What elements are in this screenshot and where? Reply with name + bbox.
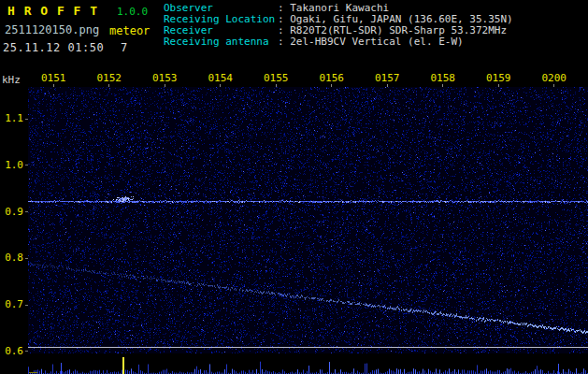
file-name: 2511120150.png [5,23,99,36]
spectrogram-canvas [28,87,588,353]
time-label: 0154 [208,73,234,87]
freq-label: 1.1 [5,113,28,124]
freq-label: 0.7 [5,299,28,310]
time-label: 0158 [431,73,456,87]
observation-datetime: 25.11.12 01:50 [3,41,104,54]
freq-label: 0.9 [5,207,28,218]
info-row-antenna: Receiving antenna: 2el-HB9CV Vertical (e… [164,36,513,48]
echo-count: 7 [121,41,127,54]
time-label: 0152 [97,73,122,87]
time-label: 0156 [320,73,345,87]
app-version: 1.0.0 [117,6,148,18]
time-label: 0153 [152,73,178,87]
time-label: 0155 [264,73,289,87]
mode-label: meteor [109,24,150,37]
freq-label: 1.0 [5,160,28,171]
time-label: 0200 [542,73,567,87]
time-label: 0151 [41,73,66,87]
info-value: : 2el-HB9CV Vertical (el. E-W) [278,36,464,48]
frequency-axis: 1.1 1.0 0.9 0.8 0.7 0.6 [0,113,28,357]
freq-label: 0.8 [5,252,28,264]
info-label: Receiving antenna [164,36,278,48]
activity-strip-canvas [28,356,588,374]
time-axis: 0151 0152 0153 0154 0155 0156 0157 0158 … [41,73,566,87]
time-label: 0157 [375,73,400,87]
station-info: Observer: Takanori Kawachi Receiving Loc… [164,3,513,48]
freq-unit-label: kHz [2,74,21,86]
time-label: 0159 [486,73,511,87]
app-title: H R O F F T [7,4,98,18]
freq-label: 0.6 [5,346,28,357]
hrofft-output: H R O F F T 1.0.0 2511120150.png meteor … [0,0,588,374]
